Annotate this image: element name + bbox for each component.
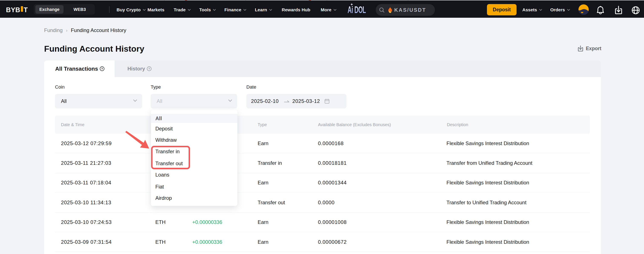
svg-text:?: ?	[101, 67, 103, 70]
svg-text:?: ?	[148, 67, 150, 70]
